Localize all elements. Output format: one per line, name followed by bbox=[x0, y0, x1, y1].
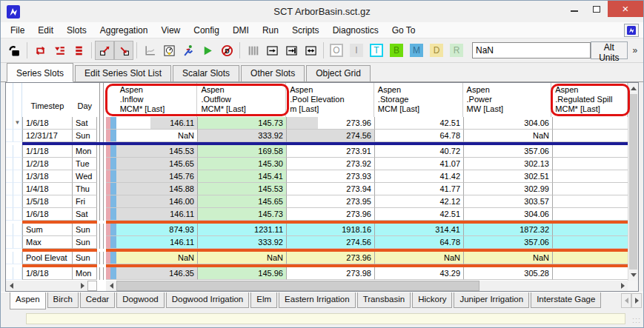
menu-go-to[interactable]: Go To bbox=[385, 24, 422, 37]
menu-aggregation[interactable]: Aggregation bbox=[93, 24, 155, 37]
resize-grip-icon[interactable]: ······ bbox=[632, 317, 641, 324]
value-cell[interactable]: 273.95 bbox=[287, 195, 375, 208]
value-cell[interactable]: 146.35 bbox=[116, 267, 198, 280]
maximize-button[interactable] bbox=[585, 1, 608, 17]
value-cell[interactable]: 145.53 bbox=[116, 145, 198, 158]
alt-units-button[interactable]: Alt Units bbox=[591, 41, 628, 59]
value-cell[interactable]: 302.51 bbox=[464, 170, 553, 183]
value-cell[interactable] bbox=[553, 145, 628, 158]
value-cell[interactable] bbox=[553, 183, 628, 195]
timestep-cell[interactable]: 1/3/18 bbox=[22, 170, 73, 183]
menu-config[interactable]: Config bbox=[187, 24, 226, 37]
value-cell[interactable]: 273.91 bbox=[287, 145, 375, 158]
value-cell[interactable]: 273.93 bbox=[287, 170, 375, 183]
value-cell[interactable] bbox=[553, 117, 628, 130]
value-cell[interactable]: 357.06 bbox=[464, 145, 553, 158]
value-cell[interactable] bbox=[553, 252, 628, 264]
series-list-button[interactable] bbox=[69, 41, 88, 60]
tab-scalar-slots[interactable]: Scalar Slots bbox=[173, 65, 239, 81]
column-header-aspen-outflow[interactable]: Aspen.OutflowMCM* [Last] bbox=[197, 83, 286, 117]
minimize-button[interactable] bbox=[563, 1, 585, 17]
flag-r-button[interactable]: R bbox=[450, 44, 463, 57]
value-cell[interactable]: 64.78 bbox=[375, 236, 464, 249]
value-cell[interactable] bbox=[553, 158, 628, 170]
left-pane-scroll-right-button[interactable] bbox=[77, 281, 87, 291]
horizontal-scroll-thumb[interactable] bbox=[116, 281, 479, 291]
value-cell[interactable]: 1231.11 bbox=[198, 224, 287, 236]
flag-t-button[interactable]: T bbox=[370, 44, 383, 57]
menu-diagnostics[interactable]: Diagnostics bbox=[326, 24, 385, 37]
value-cell[interactable]: 145.73 bbox=[198, 117, 287, 130]
value-cell[interactable]: 145.96 bbox=[198, 267, 287, 280]
value-cell[interactable]: 145.53 bbox=[198, 183, 287, 195]
value-cell[interactable]: 302.99 bbox=[464, 183, 553, 195]
data-pane-hscrollbar[interactable] bbox=[106, 281, 628, 291]
value-cell[interactable]: 145.65 bbox=[116, 158, 198, 170]
day-cell[interactable]: Mon bbox=[73, 145, 97, 158]
menu-scripts[interactable]: Scripts bbox=[285, 24, 326, 37]
value-cell[interactable]: NaN bbox=[464, 252, 553, 264]
column-header-aspen-pool-elevation[interactable]: Aspen.Pool Elevationm [Last] bbox=[286, 83, 374, 117]
value-cell[interactable]: 302.13 bbox=[464, 158, 553, 170]
run-script-button[interactable] bbox=[179, 41, 198, 60]
value-cell[interactable]: 145.41 bbox=[198, 170, 287, 183]
menu-slots[interactable]: Slots bbox=[60, 24, 93, 37]
object-tab-cedar[interactable]: Cedar bbox=[80, 292, 115, 308]
timestep-cell[interactable]: 1/2/18 bbox=[22, 158, 73, 170]
value-cell[interactable]: 1918.16 bbox=[287, 224, 375, 236]
timestep-cell[interactable]: Max bbox=[22, 236, 73, 249]
value-cell[interactable]: 145.76 bbox=[116, 170, 198, 183]
cell-value-input[interactable] bbox=[472, 42, 591, 58]
value-cell[interactable]: 274.56 bbox=[287, 130, 375, 142]
timestep-cell[interactable]: Pool Elevat bbox=[22, 252, 73, 264]
value-cell[interactable]: NaN bbox=[116, 130, 198, 142]
value-cell[interactable] bbox=[553, 267, 628, 280]
object-tab-hickory[interactable]: Hickory bbox=[412, 292, 452, 308]
object-tab-dogwood[interactable]: Dogwood bbox=[116, 292, 165, 308]
flag-i-button[interactable]: I bbox=[350, 44, 363, 57]
object-tab-elm[interactable]: Elm bbox=[250, 292, 277, 308]
object-tab-dogwood-irrigation[interactable]: Dogwood Irrigation bbox=[166, 292, 250, 308]
close-button[interactable]: × bbox=[608, 1, 643, 17]
day-cell[interactable]: Sun bbox=[73, 252, 97, 264]
value-cell[interactable]: 874.93 bbox=[116, 224, 198, 236]
value-cell[interactable]: NaN bbox=[116, 252, 198, 264]
data-scroll-track[interactable] bbox=[479, 281, 617, 291]
value-cell[interactable]: 357.06 bbox=[464, 236, 553, 249]
value-cell[interactable]: 273.98 bbox=[287, 267, 375, 280]
object-tab-transbasin[interactable]: Transbasin bbox=[357, 292, 411, 308]
value-cell[interactable]: 305.28 bbox=[464, 267, 553, 280]
day-cell[interactable]: Wed bbox=[73, 170, 97, 183]
value-cell[interactable] bbox=[553, 130, 628, 142]
start-run-button[interactable] bbox=[198, 41, 217, 60]
fit-column-to-data-button[interactable] bbox=[262, 41, 282, 60]
value-cell[interactable] bbox=[553, 208, 628, 221]
object-tab-juniper-irrigation[interactable]: Juniper Irrigation bbox=[454, 292, 529, 308]
scroll-up-button[interactable] bbox=[628, 83, 638, 94]
data-scroll-left-button[interactable] bbox=[106, 281, 116, 291]
value-cell[interactable]: 42.12 bbox=[375, 195, 464, 208]
value-cell[interactable]: 273.94 bbox=[287, 183, 375, 195]
timestep-cell[interactable]: 1/6/18 bbox=[22, 117, 73, 130]
value-cell[interactable]: 41.42 bbox=[375, 170, 464, 183]
value-cell[interactable]: NaN bbox=[375, 252, 464, 264]
day-cell[interactable]: Sun bbox=[73, 130, 97, 142]
flag-d-button[interactable]: D bbox=[430, 44, 443, 57]
value-cell[interactable]: 273.92 bbox=[287, 158, 375, 170]
tab-other-slots[interactable]: Other Slots bbox=[241, 65, 305, 81]
value-cell[interactable] bbox=[553, 170, 628, 183]
value-cell[interactable]: 333.92 bbox=[198, 130, 287, 142]
timestep-cell[interactable]: 1/1/18 bbox=[22, 145, 73, 158]
value-cell[interactable]: 64.78 bbox=[375, 130, 464, 142]
data-scroll-right-button[interactable] bbox=[617, 281, 628, 291]
menu-run[interactable]: Run bbox=[256, 24, 285, 37]
day-cell[interactable]: Sun bbox=[73, 224, 97, 236]
value-cell[interactable]: 146.11 bbox=[116, 117, 198, 130]
day-cell[interactable]: Thu bbox=[73, 183, 97, 195]
plot-button[interactable] bbox=[140, 41, 159, 60]
object-tab-eastern-irrigation[interactable]: Eastern Irrigation bbox=[279, 292, 356, 308]
column-header-aspen-inflow[interactable]: Aspen.InflowMCM* [Last] bbox=[116, 83, 198, 117]
value-cell[interactable]: 42.51 bbox=[375, 117, 464, 130]
object-tab-birch[interactable]: Birch bbox=[47, 292, 79, 308]
timestep-cell[interactable]: 1/5/18 bbox=[22, 195, 73, 208]
